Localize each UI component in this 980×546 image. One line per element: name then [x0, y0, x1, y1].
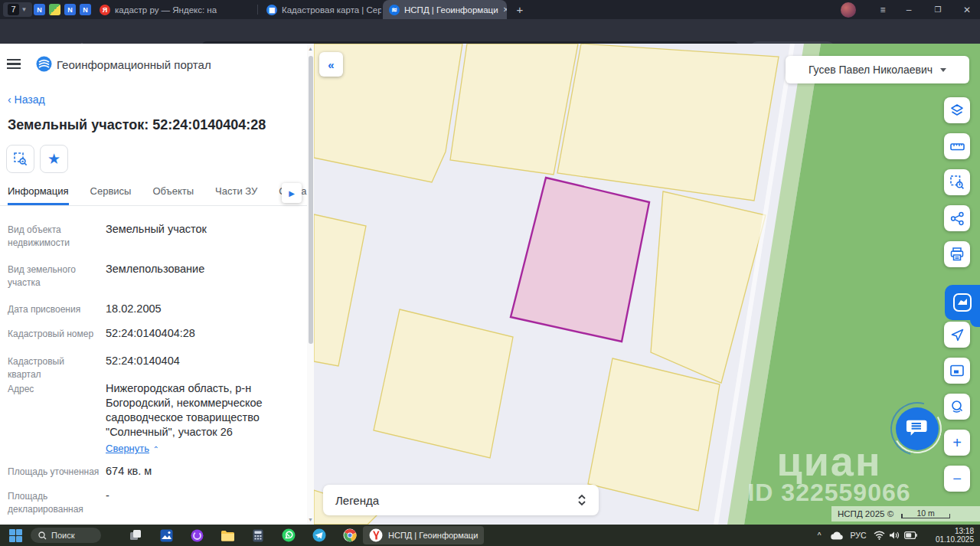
- field-label: Адрес: [8, 383, 100, 396]
- telegram-app[interactable]: [312, 528, 327, 543]
- search-icon: [38, 531, 47, 540]
- scroll-up-icon[interactable]: ▲: [307, 46, 314, 51]
- calculator-icon: [253, 529, 263, 542]
- pinned-tab-yandex-maps[interactable]: [49, 4, 60, 15]
- speaker-icon: [889, 531, 900, 540]
- browser-tab-2[interactable]: ▦ Кадастровая карта | Сер: [260, 0, 381, 19]
- user-account-dropdown[interactable]: Гусев Павел Николаевич: [786, 56, 969, 83]
- parcel-title: Земельный участок: 52:24:0140404:28: [8, 117, 266, 133]
- panel-scrollbar[interactable]: ▲ ▼: [307, 44, 314, 525]
- wifi-tray-icon[interactable]: [871, 525, 887, 546]
- onedrive-tray-icon[interactable]: [828, 525, 845, 546]
- minus-icon: −: [952, 470, 962, 488]
- field-label: Кадастровый номер: [8, 328, 100, 341]
- start-button[interactable]: [8, 528, 23, 543]
- tab-objects[interactable]: Объекты: [152, 180, 194, 205]
- cloud-icon: [831, 531, 844, 540]
- wifi-icon: [874, 531, 885, 540]
- select-search-icon: [13, 152, 28, 166]
- browser-purple-app[interactable]: [189, 528, 204, 543]
- scrollbar-thumb[interactable]: [309, 56, 313, 344]
- field-label: Площадь уточненная: [8, 466, 100, 479]
- favorite-button[interactable]: ★: [40, 145, 68, 173]
- field-value: Нижегородская область, р-н Богородский, …: [106, 381, 306, 440]
- task-view-icon: [129, 529, 142, 541]
- support-chat-button[interactable]: [896, 407, 939, 450]
- browser-tab-3-active[interactable]: ≋ НСПД | Геоинформаци ✕: [383, 0, 507, 19]
- cadastre-map-favicon: ▦: [266, 5, 277, 15]
- chevron-up-icon[interactable]: ⌃: [152, 445, 158, 453]
- tab-counter-button[interactable]: 7 ▼: [3, 2, 32, 17]
- scroll-down-icon[interactable]: ▼: [307, 517, 314, 522]
- expand-collapse-icon[interactable]: [577, 494, 586, 506]
- tab-information[interactable]: Информация: [8, 180, 69, 205]
- battery-tray-icon[interactable]: [902, 525, 919, 546]
- task-view-app[interactable]: [128, 528, 143, 543]
- maximize-window-icon[interactable]: ❐: [926, 0, 949, 19]
- file-explorer-app[interactable]: [220, 528, 235, 543]
- panel-tabs: Информация Сервисы Объекты Части ЗУ Сост…: [0, 180, 314, 206]
- ruler-icon: [949, 139, 965, 155]
- yandex-search-favicon: Я: [100, 5, 110, 15]
- browser-tab-1[interactable]: Я кадастр ру — Яндекс: на: [93, 0, 256, 19]
- field-value: Земельный участок: [106, 222, 306, 237]
- chat-bubble-icon: [906, 418, 929, 440]
- collapse-address-link[interactable]: Свернуть: [106, 443, 149, 454]
- chevron-down-icon: [940, 68, 946, 72]
- map-layers: [314, 44, 980, 525]
- map-canvas[interactable]: циан ID 322559066 « Гусев Павел Николаев…: [314, 44, 980, 525]
- zoom-in-button[interactable]: +: [944, 430, 970, 456]
- minimize-window-icon[interactable]: –: [897, 0, 920, 19]
- locate-search-icon: [949, 399, 965, 414]
- windows-taskbar: Поиск НСПД | Геоинформаци ^ РУС 13:1: [0, 525, 980, 546]
- tab-services[interactable]: Сервисы: [90, 180, 132, 205]
- new-tab-button[interactable]: +: [511, 0, 528, 19]
- map-attribution: НСПД 2025 © 10 m: [831, 506, 980, 521]
- nspd-favicon: ≋: [389, 5, 400, 15]
- collapse-panel-button[interactable]: «: [319, 52, 343, 77]
- tray-hidden-icons[interactable]: ^: [812, 525, 827, 546]
- zoom-to-object-button[interactable]: [6, 145, 34, 173]
- taskbar-search[interactable]: Поиск: [31, 528, 101, 543]
- share-button[interactable]: [944, 205, 970, 231]
- measure-button[interactable]: [944, 133, 970, 159]
- tray-date: 01.10.2025: [936, 535, 974, 544]
- star-icon: ★: [47, 150, 60, 168]
- object-card-tool-active[interactable]: [945, 285, 980, 320]
- layers-button[interactable]: [944, 97, 970, 123]
- parcel-polygon: [374, 309, 513, 458]
- navigate-arrow-icon: [950, 328, 965, 342]
- pinned-tab-yandex-2[interactable]: N: [64, 4, 76, 15]
- overview-map-icon: [949, 364, 965, 378]
- language-indicator[interactable]: РУС: [847, 525, 870, 546]
- chrome-app[interactable]: [342, 528, 358, 543]
- photos-app[interactable]: [158, 528, 174, 543]
- zoom-out-button[interactable]: −: [944, 466, 970, 492]
- profile-avatar[interactable]: [841, 2, 856, 18]
- tab-parts[interactable]: Части ЗУ: [215, 180, 257, 205]
- browser-menu-icon[interactable]: ≡: [871, 0, 894, 19]
- print-button[interactable]: [944, 241, 970, 267]
- pinned-tab-yandex-1[interactable]: N: [34, 4, 45, 15]
- close-tab-icon[interactable]: ✕: [503, 5, 507, 14]
- search-on-map-button[interactable]: [944, 394, 970, 420]
- area-select-button[interactable]: [944, 169, 970, 195]
- field-value: -: [106, 489, 306, 503]
- browser-tab-bar: 7 ▼ N N N Я кадастр ру — Яндекс: на ▦ Ка…: [0, 0, 980, 19]
- volume-tray-icon[interactable]: [887, 525, 902, 546]
- tabs-scroll-right-button[interactable]: ▶: [282, 183, 302, 203]
- menu-hamburger-icon[interactable]: [7, 59, 21, 69]
- share-icon: [950, 211, 965, 226]
- calculator-app[interactable]: [250, 528, 266, 543]
- field-label: Дата присвоения: [8, 303, 100, 316]
- taskbar-clock[interactable]: 13:18 01.10.2025: [936, 527, 974, 544]
- taskbar-active-app[interactable]: НСПД | Геоинформаци: [363, 526, 484, 544]
- whatsapp-app[interactable]: [281, 528, 296, 543]
- user-name: Гусев Павел Николаевич: [808, 64, 933, 76]
- overview-map-button[interactable]: [944, 358, 970, 384]
- close-window-icon[interactable]: ✕: [956, 0, 978, 19]
- back-link[interactable]: ‹ Назад: [8, 93, 45, 106]
- pinned-tab-yandex-3[interactable]: N: [80, 4, 91, 15]
- my-location-button[interactable]: [944, 322, 970, 348]
- legend-bar[interactable]: Легенда: [323, 485, 599, 515]
